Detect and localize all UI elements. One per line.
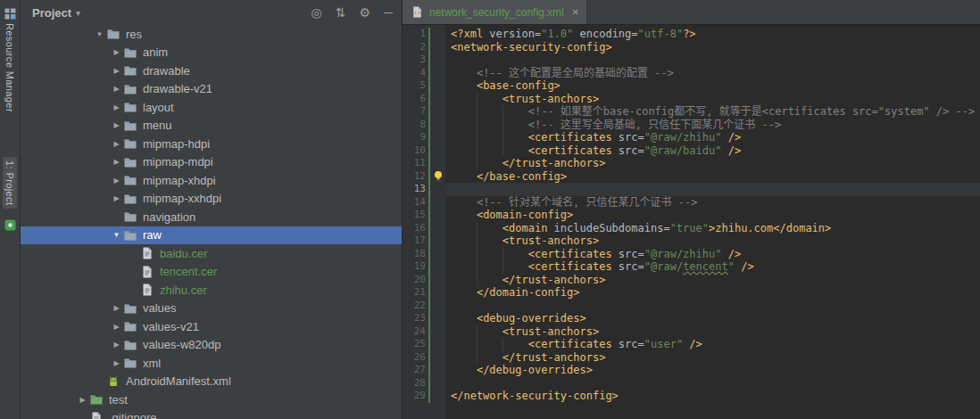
- tree-item-anim[interactable]: ▶anim: [21, 44, 402, 62]
- settings-gear-icon[interactable]: ⚙: [360, 6, 371, 19]
- tree-item-values-w820dp[interactable]: ▶values-w820dp: [21, 336, 402, 355]
- code-line-20[interactable]: </trust-anchors>: [445, 274, 980, 287]
- code-line-26[interactable]: </trust-anchors>: [445, 351, 980, 365]
- folder-icon: [123, 45, 137, 60]
- code-line-15[interactable]: <domain-config>: [445, 209, 980, 222]
- code-line-29[interactable]: </network-security-config>: [445, 390, 980, 403]
- gutter-icon-zone: [430, 377, 445, 390]
- tree-collapsed-arrow-icon[interactable]: ▶: [110, 304, 123, 312]
- collapse-all-icon[interactable]: ⇅: [336, 6, 346, 19]
- tree-collapsed-arrow-icon[interactable]: ▶: [110, 103, 123, 111]
- code-line-5[interactable]: <base-config>: [445, 79, 980, 93]
- code-line-21[interactable]: </domain-config>: [445, 286, 980, 300]
- folder-icon: [123, 210, 137, 224]
- locate-file-icon[interactable]: ◎: [311, 6, 322, 19]
- line-number: 3: [403, 53, 426, 67]
- tree-collapsed-arrow-icon[interactable]: ▶: [110, 85, 123, 93]
- code-line-19[interactable]: <certificates src="@raw/tencent" />: [445, 260, 980, 274]
- code-line-3[interactable]: [445, 53, 980, 67]
- tree-item-label: anim: [143, 45, 168, 59]
- tree-item-xml[interactable]: ▶xml: [21, 354, 402, 373]
- stripe-button-project[interactable]: 1: Project: [3, 157, 17, 209]
- stripe-button-resource-manager[interactable]: Resource Manager: [3, 4, 18, 116]
- gutter-line-24: 24: [403, 325, 445, 339]
- code-line-17[interactable]: <trust-anchors>: [445, 234, 980, 248]
- tree-item-label: drawable: [143, 64, 190, 78]
- tree-item-androidmanifest-xml[interactable]: AndroidManifest.xml: [21, 373, 402, 391]
- code-token: "@raw/baidu": [644, 144, 722, 157]
- tree-collapsed-arrow-icon[interactable]: ▶: [110, 121, 123, 129]
- tree-item-values-v21[interactable]: ▶values-v21: [21, 317, 402, 336]
- code-line-4[interactable]: <!-- 这个配置是全局的基础的配置 -->: [445, 67, 980, 80]
- file-icon: [140, 283, 154, 297]
- tree-item-mipmap-mdpi[interactable]: ▶mipmap-mdpi: [21, 153, 402, 172]
- tree-collapsed-arrow-icon[interactable]: ▶: [110, 341, 123, 349]
- code-line-11[interactable]: </trust-anchors>: [445, 157, 980, 170]
- code-line-9[interactable]: <certificates src="@raw/zhihu" />: [445, 131, 980, 144]
- tree-collapsed-arrow-icon[interactable]: ▶: [110, 67, 123, 75]
- gutter-line-21: 21: [403, 286, 445, 300]
- code-line-14[interactable]: <!-- 针对某个域名, 只信任某几个证书 -->: [445, 196, 980, 210]
- folder-icon: [123, 155, 137, 169]
- project-view-selector[interactable]: Project: [32, 6, 71, 20]
- code-token: />: [728, 131, 741, 144]
- tab-close-icon[interactable]: ×: [572, 5, 579, 19]
- code-line-1[interactable]: <?xml version="1.0" encoding="utf-8"?>: [445, 28, 980, 41]
- indent-guide: [502, 248, 503, 274]
- tree-item-zhihu-cer[interactable]: zhihu.cer: [21, 281, 402, 300]
- tree-item-drawable[interactable]: ▶drawable: [21, 62, 402, 80]
- gutter-line-7: 7: [403, 105, 445, 119]
- tree-item-mipmap-hdpi[interactable]: ▶mipmap-hdpi: [21, 135, 402, 153]
- tree-item-gitignore[interactable]: .gitignore: [21, 409, 402, 419]
- chevron-down-icon[interactable]: ▾: [76, 8, 80, 18]
- tree-item-mipmap-xxhdpi[interactable]: ▶mipmap-xxhdpi: [21, 190, 402, 209]
- code-line-22[interactable]: [445, 300, 980, 313]
- tree-item-baidu-cer[interactable]: baidu.cer: [21, 244, 402, 263]
- tree-expanded-arrow-icon[interactable]: ▼: [110, 231, 123, 239]
- tree-collapsed-arrow-icon[interactable]: ▶: [76, 396, 89, 404]
- code-line-16[interactable]: <domain includeSubdomains="true">zhihu.c…: [445, 222, 980, 235]
- code-line-28[interactable]: [445, 377, 980, 390]
- code-line-6[interactable]: <trust-anchors>: [445, 93, 980, 106]
- code-line-24[interactable]: <trust-anchors>: [445, 325, 980, 339]
- code-area[interactable]: <?xml version="1.0" encoding="utf-8"?><n…: [445, 25, 980, 419]
- code-token: [451, 119, 528, 131]
- code-line-10[interactable]: <certificates src="@raw/baidu" />: [445, 144, 980, 158]
- tree-item-drawable-v21[interactable]: ▶drawable-v21: [21, 80, 402, 99]
- gutter-icon-zone: [430, 312, 445, 325]
- tree-item-values[interactable]: ▶values: [21, 300, 402, 318]
- code-line-25[interactable]: <certificates src="user" />: [445, 338, 980, 351]
- hide-panel-icon[interactable]: ─: [384, 6, 393, 19]
- tree-collapsed-arrow-icon[interactable]: ▶: [110, 359, 123, 367]
- green-tool-window-icon[interactable]: [4, 219, 16, 231]
- code-line-23[interactable]: <debug-overrides>: [445, 312, 980, 325]
- tree-expanded-arrow-icon[interactable]: ▼: [93, 30, 106, 38]
- code-line-12[interactable]: </base-config>: [445, 170, 980, 184]
- code-token: <base-config>: [477, 79, 561, 92]
- code-line-27[interactable]: </debug-overrides>: [445, 364, 980, 377]
- editor-tab-network-security-config[interactable]: network_security_config.xml ×: [403, 0, 587, 24]
- tree-item-menu[interactable]: ▶menu: [21, 117, 402, 136]
- tree-collapsed-arrow-icon[interactable]: ▶: [110, 194, 123, 202]
- intention-bulb-icon[interactable]: [430, 170, 445, 184]
- code-token: [573, 28, 579, 40]
- tree-collapsed-arrow-icon[interactable]: ▶: [110, 140, 123, 148]
- tree-item-navigation[interactable]: navigation: [21, 208, 402, 226]
- tree-collapsed-arrow-icon[interactable]: ▶: [110, 158, 123, 166]
- code-line-7[interactable]: <!-- 如果整个base-config都不写, 就等于是<certificat…: [445, 105, 980, 119]
- code-line-13[interactable]: [445, 183, 980, 196]
- tree-item-raw[interactable]: ▼raw: [21, 226, 402, 245]
- tree-item-res[interactable]: ▼res: [21, 25, 402, 44]
- code-token: <certificates: [528, 144, 619, 157]
- tree-item-layout[interactable]: ▶layout: [21, 98, 402, 117]
- code-line-8[interactable]: <!-- 这里写全局基础, 只信任下面某几个证书 -->: [445, 119, 980, 132]
- tree-item-mipmap-xhdpi[interactable]: ▶mipmap-xhdpi: [21, 171, 402, 190]
- tree-collapsed-arrow-icon[interactable]: ▶: [110, 323, 123, 331]
- tree-item-tencent-cer[interactable]: tencent.cer: [21, 263, 402, 282]
- tree-item-test[interactable]: ▶test: [21, 390, 402, 409]
- code-token: </domain-config>: [477, 286, 580, 299]
- tree-collapsed-arrow-icon[interactable]: ▶: [110, 177, 123, 185]
- code-line-2[interactable]: <network-security-config>: [445, 41, 980, 54]
- tree-collapsed-arrow-icon[interactable]: ▶: [110, 48, 123, 56]
- code-line-18[interactable]: <certificates src="@raw/zhihu" />: [445, 248, 980, 261]
